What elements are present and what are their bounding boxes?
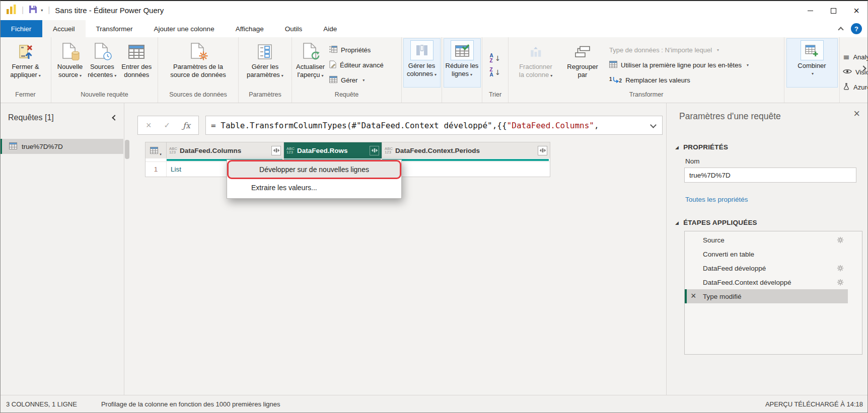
column-header-datafeed-rows-selected[interactable]: ABC123 DataFeed.Rows (284, 142, 382, 158)
dropdown-caret-icon: ▾ (812, 71, 814, 76)
close-apply-button[interactable]: Fermer & appliquer▾ (8, 39, 43, 88)
data-type-button[interactable]: Type de données : N'importe lequel ▾ (609, 42, 749, 57)
tab-affichage[interactable]: Affichage (225, 20, 274, 37)
group-by-icon (575, 41, 590, 63)
data-type-any-icon[interactable]: ABC123 (385, 147, 393, 154)
group-label-parametres: Paramètres (239, 90, 292, 103)
step-datafeed-context-expanded[interactable]: DataFeed.Context développé (685, 275, 848, 289)
tab-accueil[interactable]: Accueil (42, 20, 86, 37)
data-source-settings-button[interactable]: Paramètres de la source de données (168, 39, 229, 88)
recent-sources-button[interactable]: Sources récentes▾ (85, 39, 119, 88)
data-type-any-icon[interactable]: ABC123 (286, 147, 295, 154)
expand-column-icon[interactable] (370, 146, 379, 155)
expand-column-icon[interactable] (538, 146, 547, 155)
azure-ml-button[interactable]: Azure Machine Learning (843, 79, 868, 95)
gear-icon[interactable] (837, 265, 844, 273)
manage-query-icon (329, 76, 337, 85)
data-source-settings-icon (191, 41, 206, 63)
sort-az-icon: AZ (490, 53, 493, 63)
enter-data-button[interactable]: Entrer des données (119, 39, 154, 88)
reduce-rows-button[interactable]: Réduire les lignes▾ (444, 38, 481, 88)
sort-descending-button[interactable]: ZA ↓ (485, 65, 506, 79)
tab-outils[interactable]: Outils (274, 20, 313, 37)
ribbon-group-nouvelle-requete: Nouvelle source▾ Sources récentes▾ Entre… (51, 37, 158, 103)
manage-columns-button[interactable]: Gérer les colonnes▾ (403, 38, 441, 88)
tab-aide[interactable]: Aide (313, 20, 347, 37)
combine-button[interactable]: Combiner ▾ (786, 38, 838, 88)
status-profiling-info[interactable]: Profilage de la colonne en fonction des … (101, 400, 280, 408)
close-button[interactable]: × (845, 1, 868, 20)
step-datafeed-expanded[interactable]: DataFeed développé (685, 261, 848, 275)
query-name-input[interactable] (684, 168, 856, 183)
select-all-cell[interactable]: ▾ (146, 142, 167, 158)
commit-formula-icon[interactable]: ✓ (164, 121, 170, 130)
properties-section-header[interactable]: ◢ PROPRIÉTÉS (675, 143, 728, 151)
collapse-ribbon-icon[interactable] (838, 27, 843, 32)
group-label-sources-de-donnees: Sources de données (158, 90, 238, 103)
vision-eye-icon (843, 68, 852, 76)
ribbon: Fermer & appliquer▾ Fermer Nouvelle sour… (0, 37, 868, 103)
dropdown-caret-icon: ▾ (363, 78, 365, 82)
save-icon[interactable] (29, 5, 37, 15)
replace-values-icon: 12 (609, 76, 622, 84)
new-source-icon (62, 41, 78, 63)
ribbon-group-fermer: Fermer & appliquer▾ Fermer (0, 37, 51, 103)
step-converted-to-table[interactable]: Converti en table (685, 247, 848, 261)
gear-icon[interactable] (837, 279, 844, 287)
group-label-trier: Trier (482, 90, 508, 103)
status-preview-downloaded: APERÇU TÉLÉCHARGÉ À 14:18 (765, 400, 863, 408)
manage-query-button[interactable]: Gérer ▾ (329, 72, 384, 88)
table-icon (609, 61, 617, 69)
refresh-preview-button[interactable]: Actualiser l'aperçu▾ (294, 39, 327, 88)
ribbon-group-sources-de-donnees: Paramètres de la source de données Sourc… (158, 37, 239, 103)
menu-item-extract-values[interactable]: Extraire les valeurs... (227, 179, 401, 196)
minimize-button[interactable] (799, 1, 822, 20)
applied-steps-section-header[interactable]: ◢ ÉTAPES APPLIQUÉES (675, 219, 757, 226)
sort-ascending-button[interactable]: AZ ↓ (485, 51, 506, 65)
name-label: Nom (685, 157, 700, 165)
tab-transformer[interactable]: Transformer (86, 20, 143, 37)
all-properties-link[interactable]: Toutes les propriétés (685, 196, 748, 203)
group-by-button[interactable]: Regrouper par (562, 39, 603, 88)
maximize-button[interactable] (822, 1, 845, 20)
properties-button[interactable]: Propriétés (329, 42, 384, 57)
reduce-rows-icon (451, 40, 474, 60)
menu-item-expand-to-new-rows[interactable]: Développer sur de nouvelles lignes (227, 160, 401, 179)
advanced-editor-button[interactable]: Éditeur avancé (329, 57, 384, 72)
cell-list-link[interactable]: List (382, 162, 550, 177)
column-header-datafeed-columns[interactable]: ABC123 DataFeed.Columns (167, 142, 284, 158)
column-header-datafeed-context-periods[interactable]: ABC123 DataFeed.Context.Periods (382, 142, 550, 158)
collapse-panel-icon[interactable] (112, 115, 117, 120)
step-changed-type-selected[interactable]: × Type modifié (685, 289, 848, 303)
tab-ajouter-une-colonne[interactable]: Ajouter une colonne (143, 20, 225, 37)
tab-fichier[interactable]: Fichier (0, 20, 42, 37)
data-type-any-icon[interactable]: ABC123 (169, 147, 177, 154)
preview-area: × ✓ ƒx = Table.TransformColumnTypes(#"Da… (124, 103, 666, 395)
dropdown-caret-icon: ▾ (322, 73, 324, 78)
collapse-triangle-icon: ◢ (675, 145, 679, 150)
step-source[interactable]: Source (685, 233, 848, 247)
delete-step-icon[interactable]: × (691, 291, 696, 300)
replace-values-button[interactable]: 12 Remplacer les valeurs (609, 72, 749, 88)
text-analytics-button[interactable]: ≡ Analyse de texte (843, 49, 868, 64)
vertical-scrollbar-thumb[interactable] (125, 140, 129, 159)
split-column-button[interactable]: Fractionner la colonne▾ (513, 39, 559, 88)
gear-icon[interactable] (837, 236, 844, 245)
ribbon-group-trier: AZ ↓ ZA ↓ Trier (482, 37, 509, 103)
close-panel-icon[interactable]: × (853, 108, 860, 119)
use-first-row-as-headers-button[interactable]: Utiliser la première ligne pour les en-t… (609, 57, 749, 72)
query-list-item[interactable]: true%7D%7D (0, 139, 123, 154)
dropdown-caret-icon: ▾ (550, 73, 552, 78)
recent-sources-icon (95, 41, 110, 63)
row-index[interactable]: 1 (146, 162, 167, 177)
formula-input[interactable]: = Table.TransformColumnTypes(#"DataFeed.… (205, 116, 663, 135)
new-source-button[interactable]: Nouvelle source▾ (55, 39, 86, 88)
dropdown-caret-icon: ▾ (470, 72, 472, 77)
dropdown-caret-icon: ▾ (160, 152, 162, 156)
manage-parameters-button[interactable]: Gérer les paramètres▾ (244, 39, 286, 88)
cancel-formula-icon[interactable]: × (146, 120, 152, 131)
expand-column-icon[interactable] (271, 146, 281, 155)
query-name: true%7D%7D (22, 143, 63, 150)
help-icon[interactable]: ? (851, 23, 862, 34)
quick-access-caret-icon[interactable]: ▾ (41, 8, 43, 13)
